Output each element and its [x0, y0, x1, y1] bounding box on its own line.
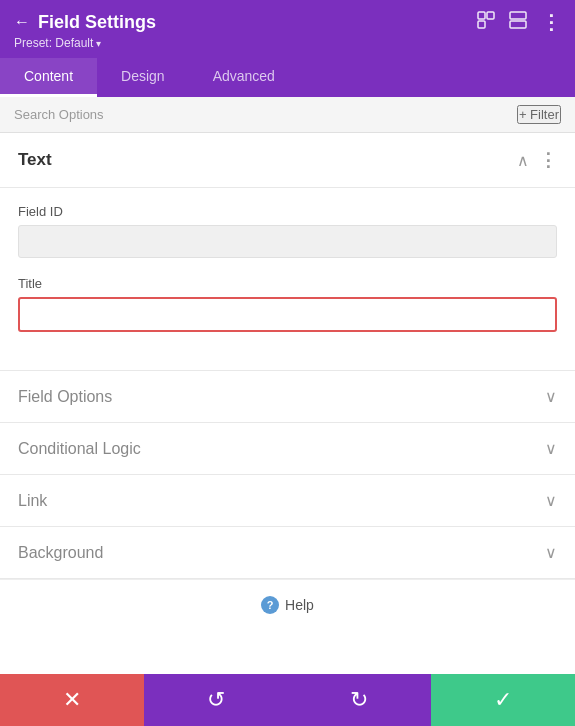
svg-rect-4 [510, 21, 526, 28]
title-label: Title [18, 276, 557, 291]
tab-advanced[interactable]: Advanced [189, 58, 299, 97]
text-section-title: Text [18, 150, 52, 170]
svg-rect-1 [487, 12, 494, 19]
tab-design[interactable]: Design [97, 58, 189, 97]
conditional-logic-section: Conditional Logic ∨ [0, 423, 575, 475]
background-section: Background ∨ [0, 527, 575, 579]
redo-icon: ↻ [350, 687, 368, 713]
background-title: Background [18, 544, 103, 562]
tab-content[interactable]: Content [0, 58, 97, 97]
confirm-button[interactable]: ✓ [431, 674, 575, 726]
text-section-header[interactable]: Text ∧ ⋮ [0, 133, 575, 188]
title-input[interactable] [18, 297, 557, 332]
back-icon[interactable]: ← [14, 13, 30, 31]
help-label: Help [285, 597, 314, 613]
header-top: ← Field Settings ⋮ [14, 10, 561, 34]
header-icons: ⋮ [477, 10, 561, 34]
link-title: Link [18, 492, 47, 510]
text-section-icons: ∧ ⋮ [517, 149, 557, 171]
background-chevron-icon[interactable]: ∨ [545, 543, 557, 562]
text-section-chevron-up-icon[interactable]: ∧ [517, 151, 529, 170]
background-header[interactable]: Background ∨ [0, 527, 575, 578]
field-options-header[interactable]: Field Options ∨ [0, 371, 575, 422]
svg-rect-2 [478, 21, 485, 28]
bottom-bar: ✕ ↺ ↻ ✓ [0, 674, 575, 726]
cancel-icon: ✕ [63, 687, 81, 713]
more-options-icon[interactable]: ⋮ [541, 10, 561, 34]
grid-icon[interactable] [509, 11, 527, 33]
content-area: Text ∧ ⋮ Field ID Title [0, 133, 575, 674]
field-options-section: Field Options ∨ [0, 371, 575, 423]
link-chevron-icon[interactable]: ∨ [545, 491, 557, 510]
header-title: Field Settings [38, 12, 156, 33]
confirm-icon: ✓ [494, 687, 512, 713]
field-id-group: Field ID [18, 204, 557, 258]
preset-label[interactable]: Preset: Default [14, 36, 561, 50]
link-section: Link ∨ [0, 475, 575, 527]
conditional-logic-title: Conditional Logic [18, 440, 141, 458]
redo-button[interactable]: ↻ [288, 674, 432, 726]
help-icon: ? [261, 596, 279, 614]
field-id-input[interactable] [18, 225, 557, 258]
svg-rect-0 [478, 12, 485, 19]
text-section-dots-icon[interactable]: ⋮ [539, 149, 557, 171]
field-id-label: Field ID [18, 204, 557, 219]
search-options-label[interactable]: Search Options [14, 107, 104, 122]
undo-icon: ↺ [207, 687, 225, 713]
conditional-logic-header[interactable]: Conditional Logic ∨ [0, 423, 575, 474]
undo-button[interactable]: ↺ [144, 674, 288, 726]
title-group: Title [18, 276, 557, 332]
field-options-chevron-icon[interactable]: ∨ [545, 387, 557, 406]
filter-button[interactable]: + Filter [517, 105, 561, 124]
conditional-logic-chevron-icon[interactable]: ∨ [545, 439, 557, 458]
header: ← Field Settings ⋮ [0, 0, 575, 58]
text-section-body: Field ID Title [0, 188, 575, 370]
cancel-button[interactable]: ✕ [0, 674, 144, 726]
header-title-row: ← Field Settings [14, 12, 156, 33]
expand-icon[interactable] [477, 11, 495, 33]
field-options-title: Field Options [18, 388, 112, 406]
search-bar: Search Options + Filter [0, 97, 575, 133]
text-section: Text ∧ ⋮ Field ID Title [0, 133, 575, 371]
link-header[interactable]: Link ∨ [0, 475, 575, 526]
tabs: Content Design Advanced [0, 58, 575, 97]
app-container: ← Field Settings ⋮ [0, 0, 575, 726]
svg-rect-3 [510, 12, 526, 19]
help-row[interactable]: ? Help [0, 579, 575, 630]
